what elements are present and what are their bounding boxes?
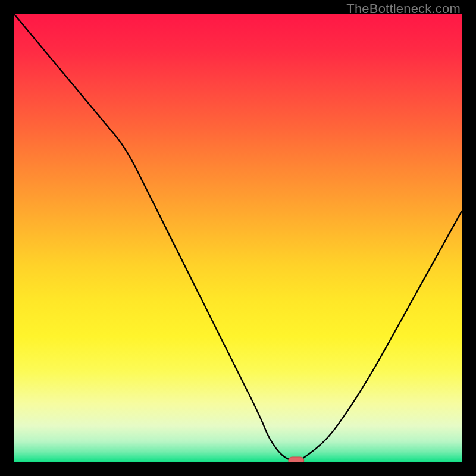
chart-frame: TheBottleneck.com	[0, 0, 476, 476]
plot-area	[14, 14, 462, 462]
chart-svg	[14, 14, 462, 462]
optimal-point-marker	[289, 457, 304, 462]
gradient-background	[14, 14, 462, 462]
watermark-text: TheBottleneck.com	[346, 1, 461, 17]
